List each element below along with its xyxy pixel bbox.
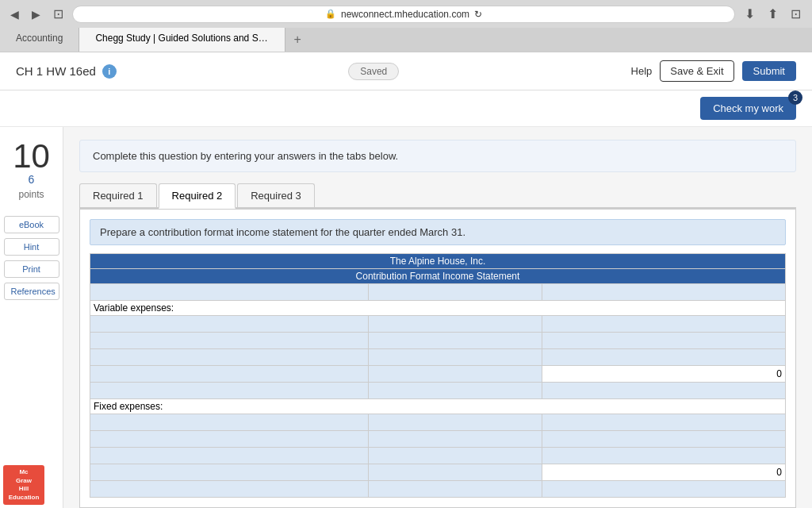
instruction-text: Complete this question by entering your … — [93, 150, 398, 162]
problem-area: Prepare a contribution format income sta… — [79, 209, 796, 508]
table-row: 0 — [90, 366, 786, 383]
variable-expenses-label: Variable expenses: — [90, 301, 786, 316]
net-income-label[interactable] — [94, 483, 365, 495]
tab-accounting[interactable]: Accounting — [0, 28, 79, 52]
total-var-label[interactable] — [94, 368, 365, 380]
points-label: points — [18, 189, 44, 200]
help-button[interactable]: Help — [631, 65, 653, 77]
var-exp1-val[interactable] — [546, 318, 782, 330]
question-number: 10 — [13, 140, 50, 173]
revenue-value-input[interactable] — [546, 286, 782, 298]
info-icon[interactable]: i — [102, 64, 117, 79]
var-exp1-label[interactable] — [94, 318, 365, 330]
add-tab-button[interactable]: + — [285, 28, 308, 52]
statement-title-header: Contribution Format Income Statement — [90, 269, 786, 284]
url-bar[interactable]: 🔒 newconnect.mheducation.com ↻ — [72, 6, 735, 23]
table-row — [90, 333, 786, 349]
var-exp3-mid[interactable] — [372, 351, 538, 364]
total-fixed-zero: 0 — [542, 464, 786, 481]
app-header: CH 1 HW 16ed i Saved Help Save & Exit Su… — [0, 52, 812, 90]
window-button[interactable]: ⊡ — [49, 5, 67, 23]
check-work-button[interactable]: Check my work 3 — [700, 97, 796, 120]
fixed-exp2-label[interactable] — [94, 433, 365, 445]
download-button[interactable]: ⬇ — [740, 5, 760, 23]
total-fixed-mid[interactable] — [372, 466, 538, 479]
instruction-box: Complete this question by entering your … — [79, 140, 796, 172]
var-exp2-val[interactable] — [546, 334, 782, 347]
fixed-exp3-label[interactable] — [94, 449, 365, 462]
fixed-exp2-val[interactable] — [546, 433, 782, 445]
contrib-val[interactable] — [546, 384, 782, 397]
var-exp2-mid[interactable] — [372, 334, 538, 347]
table-row — [90, 481, 786, 498]
header-right: Help Save & Exit Submit — [631, 60, 796, 82]
points-value: 6 — [29, 173, 35, 186]
saved-badge: Saved — [348, 63, 399, 80]
table-row — [90, 383, 786, 399]
header-left: CH 1 HW 16ed i — [16, 64, 117, 79]
tab-required3[interactable]: Required 3 — [237, 183, 315, 207]
content-area: Complete this question by entering your … — [63, 127, 812, 508]
contrib-label[interactable] — [94, 384, 365, 397]
fixed-exp3-mid[interactable] — [372, 449, 538, 462]
table-row — [90, 316, 786, 333]
fixed-exp1-val[interactable] — [546, 416, 782, 429]
var-exp1-mid[interactable] — [372, 318, 538, 330]
revenue-label-input[interactable] — [94, 286, 365, 298]
table-row — [90, 414, 786, 431]
table-row — [90, 284, 786, 301]
sidebar: 10 6 points eBook Hint Print References — [0, 127, 63, 508]
var-exp3-val[interactable] — [546, 351, 782, 364]
company-name-header: The Alpine House, Inc. — [90, 254, 786, 269]
back-button[interactable]: ◀ — [6, 6, 23, 22]
fixed-exp1-label[interactable] — [94, 416, 365, 429]
share-button[interactable]: ⬆ — [763, 5, 783, 23]
fixed-expenses-label: Fixed expenses: — [90, 399, 786, 414]
revenue-mid-input[interactable] — [372, 286, 538, 298]
fullscreen-button[interactable]: ⊡ — [786, 5, 806, 23]
net-income-mid[interactable] — [372, 483, 538, 495]
income-statement-table: The Alpine House, Inc. Contribution Form… — [90, 253, 786, 498]
problem-instruction: Prepare a contribution format income sta… — [90, 219, 786, 245]
check-work-area: Check my work 3 — [0, 90, 812, 127]
table-row: Fixed expenses: — [90, 399, 786, 414]
reload-icon[interactable]: ↻ — [474, 9, 482, 20]
fixed-exp2-mid[interactable] — [372, 433, 538, 445]
var-exp2-label[interactable] — [94, 334, 365, 347]
total-var-mid[interactable] — [372, 368, 538, 380]
browser-tabs: Accounting Chegg Study | Guided Solution… — [0, 28, 812, 52]
tab-required1[interactable]: Required 1 — [79, 183, 157, 207]
fixed-exp1-mid[interactable] — [372, 416, 538, 429]
net-income-val[interactable] — [546, 483, 782, 495]
logo-area: Mc Graw Hill Education — [0, 462, 48, 508]
browser-actions: ⬇ ⬆ ⊡ — [740, 5, 806, 23]
app-title: CH 1 HW 16ed — [16, 64, 96, 78]
print-button[interactable]: Print — [4, 260, 59, 278]
forward-button[interactable]: ▶ — [28, 6, 44, 22]
total-var-zero: 0 — [542, 366, 786, 383]
url-text: newconnect.mheducation.com — [341, 9, 469, 20]
tab-chegg[interactable]: Chegg Study | Guided Solutions and Study… — [79, 28, 285, 52]
browser-toolbar: ◀ ▶ ⊡ 🔒 newconnect.mheducation.com ↻ ⬇ ⬆… — [0, 0, 812, 28]
tabs-bar: Required 1 Required 2 Required 3 — [79, 183, 796, 209]
submit-button[interactable]: Submit — [742, 61, 796, 81]
table-row — [90, 431, 786, 448]
tab-required2[interactable]: Required 2 — [159, 183, 236, 209]
table-row — [90, 448, 786, 464]
total-fixed-label[interactable] — [94, 466, 365, 479]
references-button[interactable]: References — [4, 283, 59, 300]
main-layout: 10 6 points eBook Hint Print References … — [0, 127, 812, 508]
table-row — [90, 349, 786, 366]
var-exp3-label[interactable] — [94, 351, 365, 364]
contrib-mid[interactable] — [372, 384, 538, 397]
check-work-badge: 3 — [788, 90, 802, 105]
table-row: 0 — [90, 464, 786, 481]
ebook-button[interactable]: eBook — [4, 216, 59, 233]
mcgraw-hill-logo: Mc Graw Hill Education — [3, 465, 44, 505]
table-row: Variable expenses: — [90, 301, 786, 316]
hint-button[interactable]: Hint — [4, 238, 59, 256]
lock-icon: 🔒 — [325, 9, 336, 19]
fixed-exp3-val[interactable] — [546, 449, 782, 462]
save-exit-button[interactable]: Save & Exit — [660, 60, 733, 82]
browser-chrome: ◀ ▶ ⊡ 🔒 newconnect.mheducation.com ↻ ⬇ ⬆… — [0, 0, 812, 52]
